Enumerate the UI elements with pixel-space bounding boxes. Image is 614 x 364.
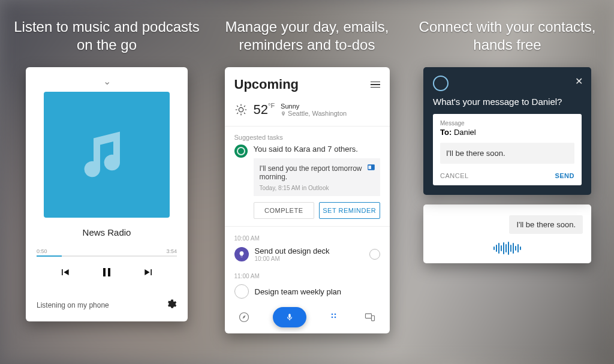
svg-line-5 [237, 106, 238, 107]
playback-device-label: Listening on my phone [37, 301, 109, 309]
suggestion-body: I'll send you the report tomorrow mornin… [260, 164, 362, 181]
apps-icon[interactable] [329, 311, 341, 323]
svg-point-15 [335, 317, 336, 318]
previous-button[interactable] [59, 266, 71, 281]
playback-controls [59, 265, 155, 282]
svg-point-12 [332, 314, 333, 315]
devices-icon[interactable] [364, 311, 376, 323]
weather-location: Seattle, Washington [288, 110, 347, 117]
bottom-nav [225, 300, 390, 333]
svg-point-0 [239, 107, 243, 112]
svg-line-6 [243, 113, 245, 114]
send-button[interactable]: SEND [555, 172, 574, 179]
svg-point-13 [335, 314, 336, 315]
upcoming-card: Upcoming 52°F Sunny Seattle, Washington … [225, 67, 390, 333]
compose-box: Message To: Daniel I'll be there soon. C… [433, 114, 582, 185]
cortana-logo-icon [433, 76, 449, 91]
compass-icon[interactable] [238, 311, 250, 323]
music-panel: Listen to music and podcasts on the go ⌄… [11, 0, 203, 364]
suggestion-badge-icon [234, 145, 248, 158]
outlook-icon [367, 163, 375, 172]
lightbulb-icon [234, 247, 249, 261]
voice-waveform-icon[interactable] [432, 242, 583, 255]
album-art[interactable] [44, 92, 170, 218]
svg-line-7 [237, 113, 238, 114]
pause-button[interactable] [100, 265, 114, 282]
progress-bar[interactable] [37, 255, 177, 257]
time-row: 0:50 3:54 [37, 248, 177, 254]
event-title: Design team weekly plan [255, 287, 380, 296]
calendar-dot-icon [234, 284, 249, 299]
cancel-button[interactable]: CANCEL [440, 172, 469, 179]
upcoming-headline: Manage your day, emails, reminders and t… [211, 18, 403, 54]
time-total: 3:54 [166, 248, 177, 254]
event-checkbox[interactable] [369, 249, 380, 260]
compose-to: To: Daniel [440, 128, 574, 137]
event-subtitle: 10:00 AM [255, 255, 363, 262]
time-elapsed: 0:50 [37, 248, 47, 254]
upcoming-panel: Manage your day, emails, reminders and t… [211, 0, 403, 364]
compose-message[interactable]: I'll be there soon. [440, 143, 574, 164]
complete-button[interactable]: COMPLETE [254, 202, 315, 219]
svg-line-8 [243, 106, 245, 107]
suggested-tasks-label: Suggested tasks [225, 128, 390, 145]
set-reminder-button[interactable]: SET REMINDER [319, 202, 380, 219]
close-icon[interactable]: ✕ [575, 76, 583, 87]
music-note-icon [74, 122, 140, 188]
svg-rect-16 [366, 314, 372, 318]
cortana-prompt-card: ✕ What's your message to Daniel? Message… [423, 67, 591, 195]
track-title: News Radio [83, 227, 131, 237]
weather-temp: 52 [254, 102, 268, 117]
event-item[interactable]: Send out design deck 10:00 AM [225, 244, 390, 266]
suggested-task: You said to Kara and 7 others. I'll send… [225, 145, 390, 219]
music-card: ⌄ News Radio 0:50 3:54 Listening on my p… [26, 67, 188, 321]
upcoming-title: Upcoming [234, 77, 299, 92]
weather-unit: °F [268, 102, 275, 109]
location-pin-icon [281, 111, 286, 116]
sun-icon [234, 103, 248, 116]
compose-panel: Connect with your contacts, hands free ✕… [411, 0, 603, 364]
suggestion-meta: Today, 8:15 AM in Outlook [260, 185, 374, 191]
gear-icon[interactable] [166, 299, 177, 312]
weather-condition: Sunny [281, 103, 347, 110]
event-item[interactable]: Design team weekly plan [225, 282, 390, 300]
svg-rect-17 [372, 316, 375, 321]
svg-rect-10 [368, 166, 371, 169]
svg-point-14 [332, 317, 333, 318]
chevron-down-icon[interactable]: ⌄ [103, 76, 111, 87]
music-headline: Listen to music and podcasts on the go [11, 18, 203, 54]
time-slot-label: 10:00 AM [225, 228, 390, 244]
compose-headline: Connect with your contacts, hands free [411, 18, 603, 54]
menu-icon[interactable] [371, 82, 380, 88]
mic-button[interactable] [273, 307, 306, 327]
conversation-card: I'll be there soon. [423, 204, 591, 263]
compose-label: Message [440, 120, 574, 127]
next-button[interactable] [143, 266, 155, 281]
event-title: Send out design deck [255, 246, 363, 255]
time-slot-label: 11:00 AM [225, 266, 390, 282]
chat-bubble: I'll be there soon. [509, 215, 583, 234]
weather-row[interactable]: 52°F Sunny Seattle, Washington [225, 98, 390, 125]
suggestion-title: You said to Kara and 7 others. [254, 145, 380, 154]
suggestion-snippet[interactable]: I'll send you the report tomorrow mornin… [254, 158, 380, 196]
cortana-prompt: What's your message to Daniel? [433, 96, 582, 108]
